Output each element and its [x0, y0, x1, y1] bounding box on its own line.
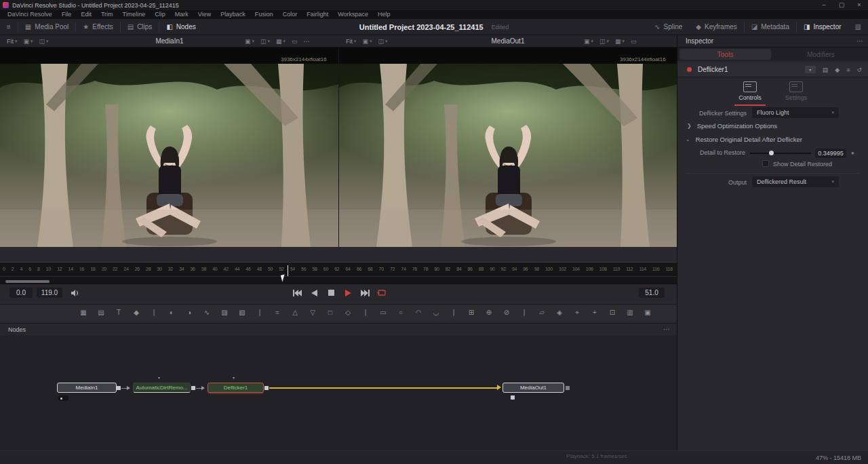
deflicker-settings-dropdown[interactable]: Fluoro Light ▾: [752, 107, 839, 118]
cache-icon[interactable]: ▤: [823, 66, 829, 73]
metadata-button[interactable]: ◪ Metadata: [745, 19, 796, 35]
fusion-tool-icon[interactable]: ▽: [304, 307, 321, 319]
right-viewer-grid-button[interactable]: ▦▾: [615, 38, 625, 45]
right-viewer-channel-button[interactable]: ▣▾: [363, 38, 372, 45]
fusion-tool-icon[interactable]: ◠: [410, 307, 427, 319]
maximize-button[interactable]: ▢: [833, 0, 850, 10]
menu-item[interactable]: Mark: [170, 10, 193, 19]
close-button[interactable]: ×: [850, 0, 868, 10]
node-output-port[interactable]: [566, 386, 570, 390]
fusion-tool-icon[interactable]: ⊘: [498, 307, 515, 319]
right-viewer-zoom-dropdown[interactable]: Fit▾: [346, 38, 357, 45]
menu-item[interactable]: Trim: [96, 10, 118, 19]
speed-optimization-section[interactable]: ❯ Speed Optimization Options: [687, 122, 777, 130]
right-viewer-split-button[interactable]: ◫▾: [599, 38, 609, 45]
fusion-tool-icon[interactable]: ▥: [621, 307, 639, 319]
fusion-tool-icon[interactable]: ▭: [374, 307, 392, 319]
left-viewer-ab-button[interactable]: ◫▾: [39, 38, 49, 45]
output-dropdown[interactable]: Deflickered Result ▾: [752, 176, 839, 187]
show-detail-checkbox[interactable]: [762, 160, 769, 167]
version-dropdown[interactable]: ▾: [805, 66, 816, 73]
fusion-tool-icon[interactable]: ○: [392, 307, 410, 319]
clips-button[interactable]: ▤ Clips: [121, 19, 159, 35]
menu-item[interactable]: DaVinci Resolve: [3, 10, 57, 19]
keyframe-dot-icon[interactable]: ●: [851, 150, 854, 156]
loop-button[interactable]: [376, 288, 387, 298]
fusion-tool-icon[interactable]: ⊞: [462, 307, 480, 319]
reset-icon[interactable]: ↺: [856, 66, 862, 73]
nodes-button[interactable]: ◧ Nodes: [159, 19, 202, 35]
keyframe-icon[interactable]: ◆: [835, 66, 840, 73]
right-viewer-ab-button[interactable]: ◫▾: [378, 38, 388, 45]
left-viewer-channel-button[interactable]: ▣▾: [24, 38, 33, 45]
fusion-tool-icon[interactable]: ◇: [339, 307, 357, 319]
spline-button[interactable]: ∿ Spline: [648, 19, 689, 35]
play-button[interactable]: [342, 288, 353, 298]
left-viewer-split-button[interactable]: ◫▾: [260, 38, 270, 45]
nodes-options-icon[interactable]: ⋯: [663, 326, 670, 333]
left-viewer-options-button[interactable]: ⋯: [304, 38, 310, 45]
detail-value-field[interactable]: 0.349995: [815, 149, 846, 158]
menu-item[interactable]: Fairlight: [302, 10, 333, 19]
node-output-port[interactable]: [117, 386, 121, 390]
fusion-tool-icon[interactable]: +: [586, 307, 604, 319]
node-dirt-removal[interactable]: AutomaticDirtRemo...: [133, 383, 191, 393]
detail-slider-track[interactable]: [750, 153, 811, 154]
fusion-tool-icon[interactable]: ▨: [216, 307, 233, 319]
fusion-tool-icon[interactable]: ⊡: [604, 307, 621, 319]
current-frame-field[interactable]: 51.0: [639, 288, 665, 298]
fusion-tool-icon[interactable]: |: [251, 307, 269, 319]
fusion-tool-icon[interactable]: |: [445, 307, 462, 319]
fusion-tool-icon[interactable]: T: [110, 307, 127, 319]
fusion-tool-icon[interactable]: |: [145, 307, 163, 319]
right-viewer-roi-button[interactable]: ▭: [631, 38, 637, 45]
go-to-end-button[interactable]: [359, 288, 370, 298]
restore-detail-section[interactable]: ⌄ Restore Original Detail After Deflicke…: [686, 136, 802, 143]
fusion-tool-icon[interactable]: ▣: [639, 307, 656, 319]
fusion-tool-icon[interactable]: ◐: [163, 307, 180, 319]
fusion-tool-icon[interactable]: ∿: [198, 307, 216, 319]
left-viewer-grid-button[interactable]: ▦▾: [276, 38, 285, 45]
right-viewer-image[interactable]: [339, 64, 677, 247]
tab-tools[interactable]: Tools: [679, 49, 771, 60]
sidebar-toggle-button[interactable]: ≡: [0, 19, 18, 35]
node-graph[interactable]: ▾ ▾ MediaIn1 AutomaticDirtRemo... Deflic…: [0, 335, 677, 450]
menu-item[interactable]: Workspace: [333, 10, 373, 19]
menu-item[interactable]: Fusion: [250, 10, 278, 19]
node-thumb-toggle[interactable]: [58, 395, 68, 401]
fusion-tool-icon[interactable]: ▦: [75, 307, 92, 319]
node-color-dot[interactable]: [687, 67, 692, 72]
fusion-tool-icon[interactable]: |: [515, 307, 533, 319]
fusion-tool-icon[interactable]: □: [321, 307, 339, 319]
timeline-scrollbar[interactable]: [5, 280, 50, 283]
menu-item[interactable]: Edit: [76, 10, 96, 19]
fusion-tool-icon[interactable]: ◑: [180, 307, 198, 319]
node-media-out[interactable]: MediaOut1: [502, 383, 564, 393]
timeline-ruler[interactable]: 0246810121416182022242628303234363840424…: [0, 263, 677, 284]
stop-button[interactable]: [326, 288, 336, 298]
play-reverse-button[interactable]: [309, 288, 319, 298]
fusion-tool-icon[interactable]: ⌖: [568, 307, 586, 319]
fusion-tool-icon[interactable]: △: [286, 307, 304, 319]
subtab-settings[interactable]: Settings: [778, 81, 814, 109]
dual-screen-button[interactable]: ▥: [848, 19, 868, 35]
in-point-field[interactable]: 0.0: [9, 288, 33, 298]
inspector-node-header[interactable]: Deflicker1 ▾ ▤ ◆ ≡ ↺: [677, 62, 868, 77]
fusion-tool-icon[interactable]: |: [357, 307, 374, 319]
out-point-field[interactable]: 119.0: [37, 288, 62, 298]
menu-item[interactable]: View: [193, 10, 216, 19]
fusion-tool-icon[interactable]: ◆: [127, 307, 145, 319]
subtab-controls[interactable]: Controls: [732, 81, 768, 109]
media-pool-button[interactable]: ▦ Media Pool: [18, 19, 75, 35]
node-input-port[interactable]: [511, 395, 515, 400]
audio-mute-button[interactable]: [71, 289, 80, 297]
menu-item[interactable]: Playback: [216, 10, 250, 19]
effects-button[interactable]: ★ Effects: [76, 19, 119, 35]
menu-item[interactable]: File: [57, 10, 77, 19]
inspector-options-icon[interactable]: ⋯: [856, 37, 863, 45]
fusion-tool-icon[interactable]: ◡: [427, 307, 445, 319]
go-to-start-button[interactable]: [292, 288, 302, 298]
menu-item[interactable]: Color: [278, 10, 302, 19]
fusion-tool-icon[interactable]: ◈: [551, 307, 568, 319]
left-viewer-zoom-dropdown[interactable]: Fit▾: [7, 38, 18, 45]
